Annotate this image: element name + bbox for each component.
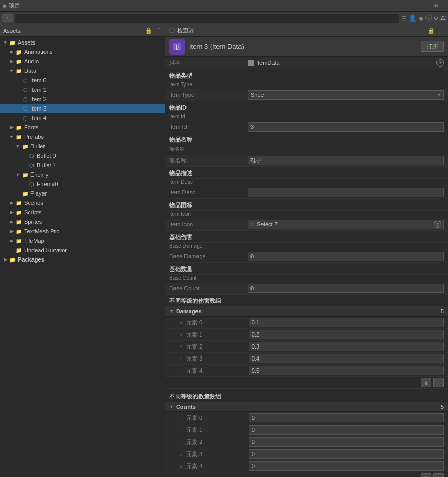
tree-item-assets[interactable]: ▼ 📁 Assets (0, 38, 165, 47)
drag-handle-icon[interactable]: ≡ (180, 320, 183, 326)
counts-remove-button[interactable]: − (433, 473, 444, 477)
damages-element-4-input[interactable] (249, 366, 444, 375)
picker-target-icon[interactable]: ⊙ (434, 221, 441, 228)
counts-element-3-input[interactable] (249, 449, 444, 459)
panel-menu-icon[interactable]: ⋮ (156, 27, 161, 34)
base-count-input[interactable] (248, 284, 444, 293)
lock-icon[interactable]: 🔒 (428, 27, 435, 34)
counts-element-2-input[interactable] (249, 437, 444, 447)
tree-item-packages[interactable]: ▶ 📁 Packages (0, 255, 165, 264)
tree-item-tilemap[interactable]: ▶ 📁 TileMap (0, 236, 165, 245)
tree-item-textmesh[interactable]: ▶ 📁 TextMesh Pro (0, 226, 165, 236)
tree-label: Enemy (30, 171, 48, 178)
tree-arrow: ▶ (8, 229, 15, 234)
maximize-icon[interactable]: ⊞ (433, 2, 438, 9)
tree-item-item1[interactable]: ⬡ Item 1 (0, 85, 165, 94)
tree-item-scripts[interactable]: ▶ 📁 Scripts (0, 208, 165, 217)
tree-item-animations[interactable]: ▶ 📁 Animations (0, 47, 165, 57)
damages-array-header[interactable]: ▼ Damages 5 (165, 307, 448, 317)
counts-element-2: ≡ 元素 2 (165, 436, 448, 448)
drag-handle-icon[interactable]: ≡ (180, 415, 183, 421)
picker-dot-icon: ⬡ (250, 222, 255, 227)
tree-item-item2[interactable]: ⬡ Item 2 (0, 94, 165, 104)
counts-array-header[interactable]: ▼ Counts 5 (165, 402, 448, 412)
drag-handle-icon[interactable]: ≡ (180, 356, 183, 362)
item-type-dropdown[interactable]: Shoe ▼ (248, 90, 444, 100)
drag-handle-icon[interactable]: ≡ (180, 427, 183, 433)
drag-handle-icon[interactable]: ≡ (180, 439, 183, 445)
menu-icon[interactable]: ⋮ (440, 2, 446, 9)
tree-item-audio[interactable]: ▶ 📁 Audio (0, 57, 165, 66)
item-id-input[interactable] (248, 122, 444, 132)
element-label: 元素 2 (186, 343, 249, 351)
counts-group-title: 不同等级的数量数组 (169, 393, 221, 399)
script-target-icon[interactable]: ⊙ (436, 59, 444, 67)
search-input[interactable] (15, 14, 399, 23)
tree-item-item3[interactable]: ⬡ Item 3 (0, 104, 165, 113)
minimize-icon[interactable]: — (425, 2, 431, 9)
enemy-icon: ⬡ (27, 180, 36, 188)
section-item-id-sub: Item Id (165, 113, 448, 121)
tree-arrow: ▶ (2, 257, 8, 262)
damages-element-0-input[interactable] (249, 318, 444, 327)
open-button[interactable]: 打开 (421, 41, 444, 52)
counts-add-button[interactable]: + (421, 473, 431, 477)
toolbar-icon-info[interactable]: ⓘ (425, 14, 432, 23)
script-row: 脚本 ItemData ⊙ (165, 57, 448, 69)
script-value: ItemData ⊙ (248, 59, 444, 67)
counts-element-1-input[interactable] (249, 425, 444, 435)
folder-icon: 📁 (15, 133, 23, 140)
counts-element-0-input[interactable] (249, 413, 444, 422)
script-label: 脚本 (169, 59, 248, 67)
tree-item-bullet0[interactable]: ⬡ Bullet 0 (0, 151, 165, 160)
tree-item-player[interactable]: 📁 Player (0, 189, 165, 198)
damages-add-button[interactable]: + (421, 378, 431, 387)
damages-remove-button[interactable]: − (433, 378, 444, 387)
tree-label: Bullet 1 (37, 162, 56, 168)
drag-handle-icon[interactable]: ≡ (180, 368, 183, 374)
base-damage-input[interactable] (248, 252, 444, 261)
drag-handle-icon[interactable]: ≡ (180, 463, 183, 469)
element-label: 元素 0 (186, 319, 249, 327)
element-label: 元素 3 (186, 355, 249, 363)
damages-count: 5 (441, 308, 444, 315)
item-name-input[interactable] (248, 156, 444, 165)
item-icon-picker[interactable]: ⬡ Select 7 ⊙ (248, 220, 444, 229)
tree-item-bullet-folder[interactable]: ▼ 📁 Bullet (0, 142, 165, 151)
counts-array-buttons: + − (165, 472, 448, 477)
panel-lock-icon[interactable]: 🔒 (145, 27, 152, 34)
tree-label: Packages (18, 256, 45, 263)
tree-item-enemy0[interactable]: ⬡ Enemy0 (0, 179, 165, 189)
tree-label: Scenes (24, 200, 43, 206)
tree-item-data[interactable]: ▼ 📁 Data (0, 66, 165, 75)
drag-handle-icon[interactable]: ≡ (180, 451, 183, 457)
tree-item-bullet1[interactable]: ⬡ Bullet 1 (0, 160, 165, 170)
tree-item-sprites[interactable]: ▶ 📁 Sprites (0, 217, 165, 226)
damages-element-3-input[interactable] (249, 354, 444, 363)
toolbar-icon-user[interactable]: 👤 (409, 15, 417, 22)
tree-item-scenes[interactable]: ▶ 📁 Scenes (0, 198, 165, 208)
item-desc-input[interactable] (248, 188, 444, 197)
element-label: 元素 1 (186, 331, 249, 339)
counts-element-0: ≡ 元素 0 (165, 412, 448, 424)
drag-handle-icon[interactable]: ≡ (180, 332, 183, 338)
menu-dots-icon[interactable]: ⋮ (438, 27, 444, 34)
tree-item-item0[interactable]: ⬡ Item 0 (0, 75, 165, 85)
damages-element-2-input[interactable] (249, 342, 444, 351)
damages-element-1-input[interactable] (249, 330, 444, 339)
add-button[interactable]: + (2, 14, 13, 22)
tree-item-undead[interactable]: 📁 Undead Survivor (0, 245, 165, 255)
counts-element-4: ≡ 元素 4 (165, 460, 448, 472)
picker-value: Select 7 (257, 221, 278, 227)
toolbar-icon-star[interactable]: ◆ (419, 15, 423, 22)
section-item-icon-title: 物品图标 (165, 199, 448, 211)
tree-arrow: ▼ (2, 40, 8, 45)
drag-handle-icon[interactable]: ≡ (180, 344, 183, 350)
tree-item-prefabs[interactable]: ▼ 📁 Prefabs (0, 132, 165, 142)
tree-item-enemy-folder[interactable]: ▼ 📁 Enemy (0, 170, 165, 179)
tree-item-fonts[interactable]: ▶ 📁 Fonts (0, 123, 165, 132)
section-item-desc-title: 物品描述 (165, 167, 448, 179)
counts-element-4-input[interactable] (249, 461, 444, 471)
tree-item-item4[interactable]: ⬡ Item 4 (0, 113, 165, 123)
toolbar-icon-grid[interactable]: ⊟ (401, 15, 407, 22)
